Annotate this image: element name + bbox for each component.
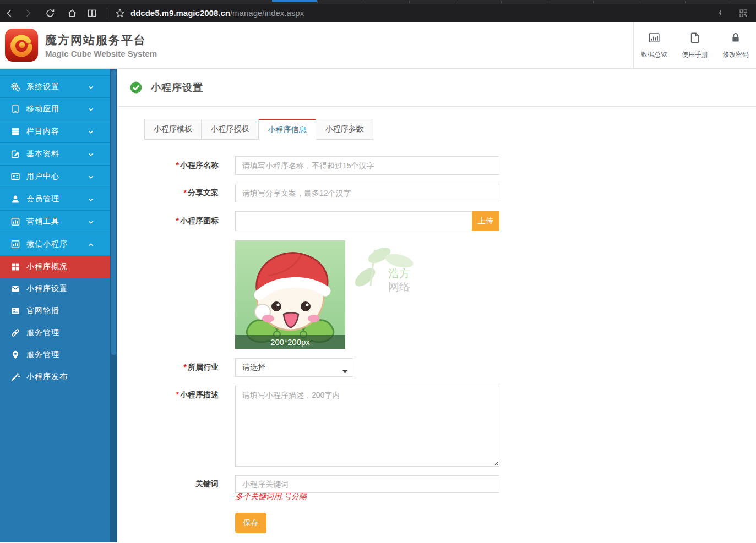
- required-mark: *: [176, 216, 179, 225]
- tab-miniprogram-template[interactable]: 小程序模板: [144, 119, 202, 140]
- label-text: 小程序描述: [180, 390, 219, 399]
- label-text: 所属行业: [188, 363, 219, 371]
- bar-chart-icon: [647, 31, 661, 47]
- label-text: 小程序名称: [180, 161, 219, 169]
- sidebar-item-system-settings[interactable]: 系统设置: [0, 75, 110, 98]
- icon-upload-field: 上传: [235, 211, 499, 231]
- link-icon: [10, 327, 22, 338]
- tab-miniprogram-authorization[interactable]: 小程序授权: [202, 119, 259, 140]
- name-label: *小程序名称: [130, 161, 219, 171]
- watermark-line2: 网络: [388, 281, 410, 293]
- sidebar-item-label: 服务管理: [26, 328, 59, 338]
- edit-icon: [10, 149, 22, 160]
- sidebar-item-label: 用户中心: [26, 172, 59, 182]
- main-content: 小程序设置 小程序模板 小程序授权 小程序信息 小程序参数 *小程序名称 *分享…: [117, 69, 756, 542]
- url-host: ddcde5.m9.magic2008.cn: [130, 8, 230, 18]
- miniprogram-name-input[interactable]: [235, 156, 499, 175]
- sidebar-item-column-content[interactable]: 栏目内容: [0, 120, 110, 143]
- header-actions: 数据总览 使用手册 修改密码: [633, 22, 756, 68]
- industry-select[interactable]: 请选择: [235, 358, 353, 377]
- sidebar-item-basic-info[interactable]: 基本资料: [0, 143, 110, 166]
- sidebar-item-label: 小程序发布: [26, 372, 68, 382]
- sidebar-item-wechat-miniprogram[interactable]: 微信小程序: [0, 233, 110, 256]
- favorite-star-button[interactable]: [111, 4, 129, 22]
- browser-tabstrip: [0, 0, 756, 4]
- sidebar: 系统设置 移动应用 栏目内容: [0, 69, 117, 542]
- chart-box-icon: [10, 216, 22, 227]
- share-row: *分享文案: [130, 184, 756, 202]
- upload-button[interactable]: 上传: [472, 211, 499, 231]
- data-overview-button[interactable]: 数据总览: [634, 22, 675, 68]
- share-copy-input[interactable]: [235, 184, 499, 202]
- sidebar-item-label: 微信小程序: [26, 239, 68, 249]
- user-manual-button[interactable]: 使用手册: [675, 22, 715, 68]
- icon-preview-row: 200*200px 浩方 网络: [235, 240, 756, 349]
- chevron-up-icon: [87, 241, 95, 251]
- home-button[interactable]: [63, 4, 81, 22]
- sidebar-item-label: 基本资料: [26, 149, 59, 159]
- lock-icon: [729, 31, 742, 47]
- header-action-label: 数据总览: [641, 50, 667, 59]
- tab-separator: [547, 1, 547, 3]
- sidebar-scrollbar[interactable]: [110, 69, 117, 542]
- refresh-button[interactable]: [41, 4, 59, 22]
- tablet-icon: [10, 103, 22, 114]
- sidebar-item-user-center[interactable]: 用户中心: [0, 166, 110, 188]
- active-tab-indicator: [272, 0, 317, 2]
- icon-label: *小程序图标: [130, 216, 219, 226]
- browser-toolbar: ddcde5.m9.magic2008.cn/manage/index.aspx: [0, 4, 756, 22]
- page-title: 小程序设置: [151, 81, 203, 94]
- sidebar-item-service-management-2[interactable]: 服务管理: [0, 344, 110, 366]
- keywords-input[interactable]: [235, 475, 499, 493]
- icon-preview-image: 200*200px: [235, 240, 345, 349]
- sidebar-item-label: 移动应用: [26, 104, 59, 114]
- reading-list-button[interactable]: [83, 4, 101, 22]
- tab-separator: [501, 1, 502, 3]
- sidebar-item-member-management[interactable]: 会员管理: [0, 188, 110, 211]
- forward-button[interactable]: [19, 4, 37, 22]
- id-card-icon: [10, 171, 22, 182]
- tab-separator: [685, 1, 686, 3]
- label-text: 关键词: [195, 479, 219, 488]
- tab-separator: [317, 1, 318, 3]
- flash-icon[interactable]: [711, 4, 730, 22]
- tab-miniprogram-params[interactable]: 小程序参数: [316, 119, 373, 140]
- save-button[interactable]: 保存: [235, 513, 266, 533]
- sidebar-item-miniprogram-settings[interactable]: 小程序设置: [0, 278, 110, 300]
- industry-label: *所属行业: [130, 363, 219, 372]
- header-action-label: 修改密码: [722, 50, 749, 59]
- back-button[interactable]: [0, 4, 19, 22]
- sidebar-item-label: 会员管理: [26, 194, 59, 204]
- change-password-button[interactable]: 修改密码: [715, 22, 756, 68]
- sidebar-item-service-management[interactable]: 服务管理: [0, 322, 110, 344]
- required-mark: *: [176, 390, 179, 399]
- image-size-label: 200*200px: [270, 337, 310, 347]
- tab-label: 小程序授权: [211, 124, 249, 134]
- sidebar-item-miniprogram-overview[interactable]: 小程序概况: [0, 256, 110, 278]
- app-header: 魔方网站服务平台 Magic Cube Website System 数据总览 …: [0, 22, 756, 69]
- label-text: 小程序图标: [180, 216, 219, 225]
- screen: ddcde5.m9.magic2008.cn/manage/index.aspx: [0, 0, 756, 543]
- miniprogram-description-textarea[interactable]: [235, 386, 499, 467]
- sidebar-item-marketing-tools[interactable]: 营销工具: [0, 211, 110, 233]
- label-text: 分享文案: [188, 188, 219, 197]
- chevron-down-icon: [87, 128, 95, 138]
- icon-path-input[interactable]: [235, 211, 472, 231]
- required-mark: *: [184, 188, 187, 197]
- tab-separator: [363, 1, 363, 3]
- qr-code-icon[interactable]: [734, 4, 753, 22]
- sidebar-item-label: 小程序概况: [26, 262, 68, 272]
- sidebar-scrollbar-thumb[interactable]: [111, 70, 116, 355]
- industry-row: *所属行业 请选择: [130, 358, 756, 377]
- chart-box-icon: [10, 239, 22, 250]
- sidebar-item-label: 营销工具: [26, 217, 59, 227]
- sidebar-item-mobile-app[interactable]: 移动应用: [0, 98, 110, 120]
- tab-label: 小程序参数: [325, 124, 364, 134]
- sidebar-item-miniprogram-publish[interactable]: 小程序发布: [0, 366, 110, 388]
- tab-miniprogram-info[interactable]: 小程序信息: [259, 119, 316, 140]
- user-icon: [10, 194, 22, 205]
- check-circle-icon: [130, 81, 142, 94]
- address-bar[interactable]: ddcde5.m9.magic2008.cn/manage/index.aspx: [130, 8, 711, 18]
- tab-separator: [731, 1, 731, 3]
- sidebar-item-website-carousel[interactable]: 官网轮播: [0, 300, 110, 322]
